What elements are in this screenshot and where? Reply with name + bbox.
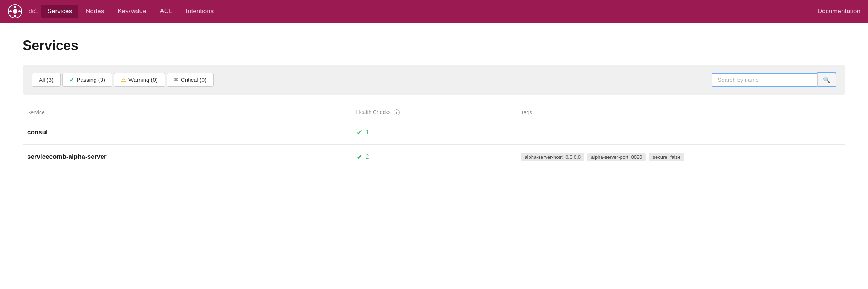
svg-point-3 [14,15,16,17]
health-count: 1 [366,129,369,136]
filter-buttons: All (3) ✔ Passing (3) ⚠ Warning (0) ✖ Cr… [32,73,214,87]
documentation-link[interactable]: Documentation [818,8,860,15]
search-icon: 🔍 [823,76,830,83]
filter-bar: All (3) ✔ Passing (3) ⚠ Warning (0) ✖ Cr… [23,65,845,95]
datacenter-label: dc1 [29,8,38,15]
health-cell: ✔1 [356,128,512,137]
table-row: servicecomb-alpha-server✔2alpha-server-h… [23,145,845,169]
table-row: consul✔1 [23,120,845,145]
filter-passing[interactable]: ✔ Passing (3) [62,73,112,87]
service-name[interactable]: servicecomb-alpha-server [27,153,107,160]
tag: secure=false [649,153,684,161]
col-header-health: Health Checks i [352,106,517,120]
filter-critical-label: Critical (0) [181,77,206,83]
svg-point-1 [13,9,17,14]
service-name[interactable]: consul [27,129,48,136]
svg-point-5 [18,10,21,12]
nav-nodes[interactable]: Nodes [79,5,110,18]
table-header-row: Service Health Checks i Tags [23,106,845,120]
search-input[interactable] [712,73,817,87]
svg-point-4 [9,10,12,12]
filter-all[interactable]: All (3) [32,73,61,87]
svg-point-2 [14,6,16,8]
warning-icon: ⚠ [121,76,126,83]
filter-warning[interactable]: ⚠ Warning (0) [114,73,165,87]
nav-intentions[interactable]: Intentions [180,5,220,18]
page-title: Services [23,38,845,54]
filter-passing-label: Passing (3) [76,77,105,83]
health-pass-icon: ✔ [356,128,363,137]
health-pass-icon: ✔ [356,152,363,161]
search-wrapper: 🔍 [712,72,836,87]
services-table: Service Health Checks i Tags consul✔1ser… [23,106,845,169]
col-header-service: Service [23,106,352,120]
tags-cell: alpha-server-host=0.0.0.0alpha-server-po… [521,153,841,161]
top-nav: dc1 Services Nodes Key/Value ACL Intenti… [0,0,868,23]
search-button[interactable]: 🔍 [817,72,836,87]
critical-icon: ✖ [174,76,179,83]
tag: alpha-server-port=8080 [587,153,646,161]
health-count: 2 [366,154,369,160]
filter-all-label: All (3) [39,77,53,83]
table-body: consul✔1servicecomb-alpha-server✔2alpha-… [23,120,845,169]
passing-icon: ✔ [69,76,74,83]
col-header-tags: Tags [516,106,845,120]
tag: alpha-server-host=0.0.0.0 [521,153,584,161]
logo [8,4,23,19]
health-info-icon[interactable]: i [394,109,400,115]
nav-keyvalue[interactable]: Key/Value [112,5,152,18]
nav-links: Services Nodes Key/Value ACL Intentions [41,5,818,18]
filter-warning-label: Warning (0) [128,77,158,83]
main-content: Services All (3) ✔ Passing (3) ⚠ Warning… [0,23,868,289]
nav-acl[interactable]: ACL [154,5,178,18]
health-cell: ✔2 [356,152,512,161]
nav-services[interactable]: Services [41,5,78,18]
filter-critical[interactable]: ✖ Critical (0) [167,73,214,87]
